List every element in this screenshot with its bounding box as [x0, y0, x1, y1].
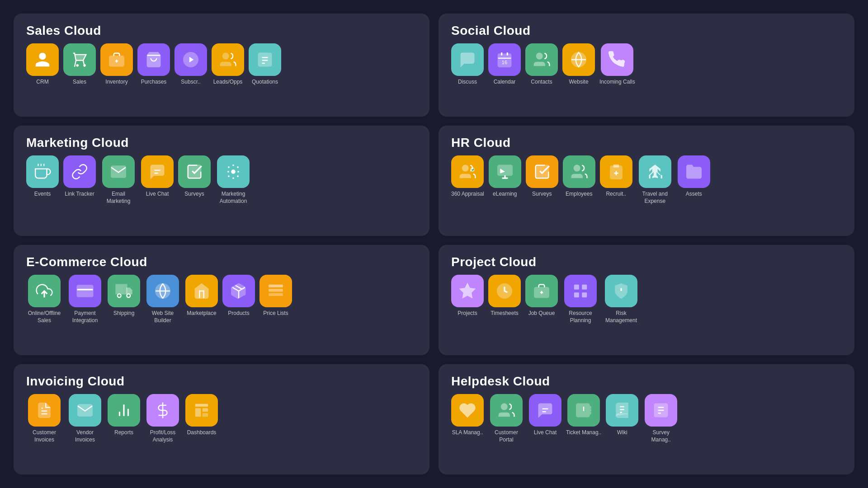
invoicing-cloud: Invoicing CloudCustomer InvoicesVendor I… [14, 364, 429, 474]
app-item-projects[interactable]: Projects [451, 275, 484, 317]
app-item-website[interactable]: Website [562, 43, 595, 86]
app-label-sla: SLA Manag.. [452, 429, 483, 436]
app-item-payment[interactable]: Payment Integration [67, 275, 103, 324]
app-item-dashboards[interactable]: Dashboards [185, 394, 218, 436]
svg-rect-67 [203, 413, 208, 417]
app-icon-wiki [606, 394, 638, 427]
app-item-vendor-invoices[interactable]: Vendor Invoices [67, 394, 103, 443]
app-item-quotations[interactable]: Quotations [249, 43, 281, 86]
app-icon-website [562, 43, 595, 76]
app-item-discuss[interactable]: Discuss [451, 43, 484, 86]
app-label-projects: Projects [458, 310, 477, 317]
app-item-timesheets[interactable]: Timesheets [488, 275, 521, 317]
app-item-price-lists[interactable]: Price Lists [259, 275, 292, 317]
app-icon-live-chat [141, 155, 174, 188]
project-cloud: Project CloudProjectsTimesheetsJob Queue… [439, 245, 854, 355]
app-label-customer-invoices: Customer Invoices [26, 429, 62, 443]
hr-cloud-title: HR Cloud [451, 136, 842, 150]
app-item-inventory[interactable]: Inventory [100, 43, 133, 86]
marketing-cloud: Marketing CloudEventsLink TrackerEmail M… [14, 126, 429, 236]
app-item-email-marketing[interactable]: Email Marketing [100, 155, 137, 205]
app-icon-incoming-calls [601, 43, 633, 76]
app-item-live-chat[interactable]: Live Chat [141, 155, 174, 198]
app-item-online-sales[interactable]: Online/Offline Sales [26, 275, 62, 324]
app-icon-contacts [525, 43, 558, 76]
app-item-reports[interactable]: Reports [108, 394, 140, 436]
app-item-surveys[interactable]: Surveys [178, 155, 211, 198]
app-item-profit-loss[interactable]: Profit/Loss Analysis [145, 394, 181, 443]
app-item-wiki[interactable]: Wiki [606, 394, 638, 436]
svg-rect-65 [195, 408, 201, 417]
app-item-recruit[interactable]: Recruit.. [600, 155, 632, 198]
app-icon-payment [69, 275, 101, 307]
app-item-link-tracker[interactable]: Link Tracker [63, 155, 96, 198]
app-item-subscriptions[interactable]: Subscr.. [175, 43, 207, 86]
app-icon-surveys [178, 155, 211, 188]
app-icon-timesheets [488, 275, 521, 307]
app-icon-calendar: 16 [488, 43, 521, 76]
marketing-cloud-apps: EventsLink TrackerEmail MarketingLive Ch… [26, 155, 417, 205]
app-item-calendar[interactable]: 16Calendar [488, 43, 521, 86]
app-item-marketing-auto[interactable]: Marketing Automation [215, 155, 251, 205]
app-icon-marketing-auto [217, 155, 250, 188]
app-item-products[interactable]: Products [222, 275, 255, 317]
sales-cloud-apps: CRMSalesInventoryPurchasesSubscr..Leads/… [26, 43, 417, 86]
app-icon-customer-invoices [28, 394, 61, 427]
app-label-products: Products [228, 310, 249, 317]
app-icon-profit-loss [146, 394, 179, 427]
app-icon-online-sales [28, 275, 61, 307]
hr-cloud: HR Cloud360 AppraisaleLearningSurveysEmp… [439, 126, 854, 236]
app-icon-email-marketing [102, 155, 135, 188]
app-item-resource[interactable]: Resource Planning [562, 275, 599, 324]
app-item-marketplace[interactable]: Marketplace [185, 275, 218, 317]
svg-rect-66 [203, 408, 208, 412]
app-item-sales[interactable]: Sales [63, 43, 96, 86]
app-item-website-builder[interactable]: Web Site Builder [145, 275, 181, 324]
app-item-assets[interactable]: Assets [678, 155, 710, 198]
app-icon-travel [639, 155, 671, 188]
svg-rect-52 [574, 285, 579, 290]
app-item-events[interactable]: Events [26, 155, 59, 198]
social-cloud-apps: Discuss16CalendarContactsWebsiteIncoming… [451, 43, 842, 86]
app-label-elearning: eLearning [493, 191, 517, 198]
app-label-assets: Assets [686, 191, 702, 198]
project-cloud-title: Project Cloud [451, 255, 842, 269]
app-item-leads[interactable]: Leads/Opps [212, 43, 244, 86]
app-item-ticket[interactable]: Ticket Manag.. [566, 394, 601, 436]
ecommerce-cloud-title: E-Commerce Cloud [26, 255, 417, 269]
app-item-incoming-calls[interactable]: Incoming Calls [599, 43, 635, 86]
svg-rect-31 [613, 164, 619, 167]
app-item-shipping[interactable]: Shipping [108, 275, 140, 317]
ecommerce-cloud-apps: Online/Offline SalesPayment IntegrationS… [26, 275, 417, 324]
app-label-appraisal: 360 Appraisal [451, 191, 484, 198]
app-item-contacts[interactable]: Contacts [525, 43, 558, 86]
app-item-job-queue[interactable]: Job Queue [525, 275, 558, 317]
app-item-travel[interactable]: Travel and Expense [637, 155, 673, 205]
app-item-purchases[interactable]: Purchases [137, 43, 170, 86]
project-cloud-apps: ProjectsTimesheetsJob QueueResource Plan… [451, 275, 842, 324]
app-item-appraisal[interactable]: 360 Appraisal [451, 155, 484, 198]
app-label-email-marketing: Email Marketing [100, 191, 137, 205]
app-label-quotations: Quotations [252, 79, 278, 86]
app-item-risk[interactable]: Risk Management [603, 275, 639, 324]
svg-rect-46 [269, 293, 283, 296]
app-item-employees[interactable]: Employees [563, 155, 595, 198]
app-label-travel: Travel and Expense [637, 191, 673, 205]
app-item-customer-invoices[interactable]: Customer Invoices [26, 394, 62, 443]
app-item-sla[interactable]: SLA Manag.. [451, 394, 484, 436]
svg-marker-47 [460, 284, 475, 297]
main-grid: Sales CloudCRMSalesInventoryPurchasesSub… [0, 0, 868, 488]
app-icon-subscriptions [175, 43, 207, 76]
app-icon-inventory [100, 43, 133, 76]
app-item-survey-manag[interactable]: Survey Manag.. [643, 394, 679, 443]
app-icon-resource [564, 275, 597, 307]
app-label-calendar: Calendar [494, 79, 516, 86]
app-item-surveys-hr[interactable]: Surveys [526, 155, 558, 198]
app-label-dashboards: Dashboards [187, 429, 217, 436]
app-item-crm[interactable]: CRM [26, 43, 59, 86]
app-item-elearning[interactable]: eLearning [489, 155, 521, 198]
app-item-customer-portal[interactable]: Customer Portal [488, 394, 524, 443]
app-icon-ticket [567, 394, 600, 427]
svg-point-30 [574, 165, 580, 171]
app-item-live-chat-hd[interactable]: Live Chat [529, 394, 561, 436]
